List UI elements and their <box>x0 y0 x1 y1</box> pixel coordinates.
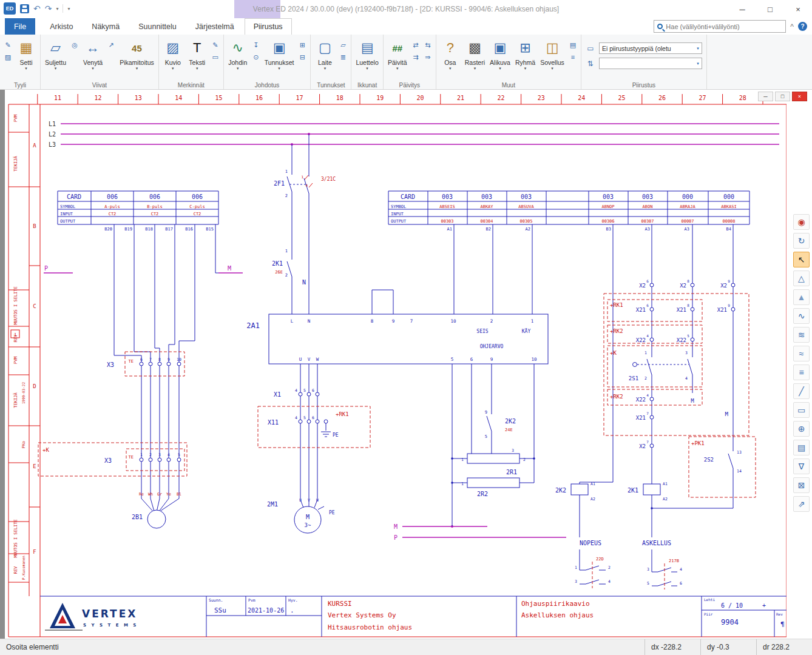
export-tool[interactable]: ⇗ <box>793 496 810 512</box>
schematic-label: 2 <box>523 457 526 462</box>
ribbon-button-tunnukset[interactable]: ▣Tunnukset▾ <box>262 36 297 71</box>
collapse-ribbon-icon[interactable]: ^ <box>790 22 794 31</box>
ribbon-small-button[interactable]: ◎ <box>69 40 80 50</box>
ribbon-small-button[interactable]: ▭ <box>210 52 221 62</box>
ribbon-button-ryhmä[interactable]: ⊞Ryhmä▾ <box>513 36 538 71</box>
ribbon-button-pikamitoitus[interactable]: 45Pikamitoitus▾ <box>117 36 157 71</box>
ribbon-small-button[interactable]: ↧ <box>251 40 262 50</box>
schematic-label: W <box>316 498 319 503</box>
schematic-label: CT2 <box>151 212 159 217</box>
schematic-label: 7 <box>646 411 649 415</box>
ribbon-button-rasteri[interactable]: ▩Rasteri▾ <box>462 36 487 71</box>
close-button[interactable]: × <box>784 0 812 18</box>
schematic-label: PVM <box>13 115 18 123</box>
ribbon-button-laite[interactable]: ▢Laite▾ <box>313 36 337 71</box>
ribbon-button-alikuva[interactable]: ▣Alikuva▾ <box>487 36 513 71</box>
ribbon-small-button[interactable]: ✎ <box>210 40 221 50</box>
pin-tool[interactable]: ◉ <box>793 214 810 230</box>
schematic-label: X3 <box>107 361 114 368</box>
search-input[interactable] <box>666 23 782 30</box>
select-tool[interactable]: ↖ <box>793 252 810 267</box>
mdi-restore-button[interactable]: □ <box>775 92 790 101</box>
maximize-button[interactable]: □ <box>756 0 784 18</box>
app-icon[interactable]: ED <box>4 2 16 15</box>
rotate-view-tool[interactable]: ↻ <box>793 233 810 249</box>
customize-qat-icon[interactable]: ▾ <box>67 6 70 12</box>
ribbon-button-setti[interactable]: ▦Setti▾ <box>14 36 38 71</box>
ribbon-button-label: Rasteri <box>465 59 485 66</box>
ribbon-small-button[interactable]: ⇒ <box>422 52 433 62</box>
tab-piirustus[interactable]: Piirustus <box>245 18 292 35</box>
tab-jarjestelma[interactable]: Järjestelmä <box>187 18 243 35</box>
ribbon-small-button[interactable]: ⊞ <box>297 40 308 50</box>
redo-icon[interactable]: ↷ <box>45 2 52 15</box>
schematic-label: 1 <box>140 452 143 457</box>
tab-nakyma[interactable]: Näkymä <box>83 18 128 35</box>
ribbon-button-päivitä[interactable]: ##Päivitä▾ <box>385 36 410 71</box>
drawing-area: 111213141516171819202122232425262728 L1L… <box>0 90 812 639</box>
drawing-type-dropdown[interactable]: Ei piirustustyyppiä (oletu▾ <box>599 42 702 54</box>
schematic-label: 2R1 <box>506 469 517 475</box>
ribbon-small-button[interactable]: ⇆ <box>422 40 433 50</box>
ruler-number: 28 <box>739 95 746 101</box>
ribbon-button-johdin[interactable]: ∿Johdin▾ <box>226 36 250 71</box>
schematic-canvas[interactable]: 111213141516171819202122232425262728 L1L… <box>5 90 787 639</box>
mdi-close-button[interactable]: × <box>792 92 807 101</box>
schematic-label: 003 <box>442 193 453 200</box>
undo-icon[interactable]: ↶ <box>33 2 41 15</box>
ribbon-small-button[interactable]: ↗ <box>106 40 117 50</box>
diagonal-line-tool[interactable]: ╱ <box>793 383 810 399</box>
save-icon[interactable] <box>20 4 29 13</box>
search-box[interactable] <box>654 20 786 33</box>
tab-file[interactable]: File <box>5 18 35 35</box>
drawing-type-dropdown[interactable]: ▾ <box>599 58 702 69</box>
rectangle-tool[interactable]: ▭ <box>793 402 810 418</box>
schematic-label: W <box>316 357 319 362</box>
ribbon-button-label: Venytä <box>83 59 103 66</box>
zoom-tool[interactable]: ⊕ <box>793 421 810 437</box>
minimize-button[interactable]: ─ <box>728 0 756 18</box>
tab-suunnittelu[interactable]: Suunnittelu <box>130 18 185 35</box>
ribbon-small-button[interactable]: ≣ <box>337 52 348 62</box>
ribbon-button-venytä[interactable]: ↔Venytä▾ <box>81 36 105 71</box>
ribbon-button-suljettu[interactable]: ▱Suljettu▾ <box>42 36 69 71</box>
ribbon-small-button[interactable]: ⇄ <box>410 40 421 50</box>
spline-multi-tool[interactable]: ≋ <box>793 327 810 343</box>
ribbon-button-teksti[interactable]: TTeksti▾ <box>185 36 209 71</box>
ribbon-button-label: Luettelo <box>356 59 378 66</box>
schematic-label: X2 <box>639 443 646 449</box>
tab-arkisto[interactable]: Arkisto <box>41 18 81 35</box>
triangle-tool[interactable]: △ <box>793 270 810 286</box>
parallel-lines-tool[interactable]: ≡ <box>793 364 810 380</box>
schematic-label: TE <box>129 455 134 460</box>
ribbon-small-button[interactable]: ⇉ <box>410 52 421 62</box>
schematic-label: M <box>394 523 398 530</box>
ribbon-small-button[interactable]: ▤ <box>567 40 578 50</box>
dropdown-caret-icon: ▾ <box>551 66 553 70</box>
ribbon-button-osa[interactable]: ?Osa▾ <box>438 36 462 71</box>
ribbon-small-button[interactable]: ▱ <box>337 40 348 50</box>
triangle-solid-tool[interactable]: ▲ <box>793 289 810 305</box>
ribbon-small-button[interactable]: ⊙ <box>251 52 262 62</box>
ribbon-button-sovellus[interactable]: ◫Sovellus▾ <box>538 36 567 71</box>
ribbon-group-label: Piirustus <box>581 82 706 89</box>
x3-lower-enclosure <box>126 449 184 471</box>
ribbon-small-button[interactable]: ⊟ <box>297 52 308 62</box>
ribbon-small-button[interactable]: ✎ <box>2 40 13 50</box>
filter-tool[interactable]: ∇ <box>793 458 810 474</box>
sheet-tool[interactable]: ▤ <box>793 440 810 455</box>
wave-tool[interactable]: ≈ <box>793 346 810 361</box>
schematic-label: A2 <box>590 497 595 502</box>
ribbon-button-kuvio[interactable]: ▨Kuvio▾ <box>161 36 185 71</box>
ribbon-small-button[interactable]: ≡ <box>567 52 578 62</box>
redo-dropdown-icon[interactable]: ▾ <box>56 6 58 12</box>
mdi-minimize-button[interactable]: ─ <box>758 92 773 101</box>
delete-selection-tool[interactable]: ⊠ <box>793 477 810 493</box>
schematic-label: A <box>33 143 36 149</box>
spline-tool[interactable]: ∿ <box>793 308 810 324</box>
ribbon-small-button[interactable]: ▨ <box>2 52 13 62</box>
schematic-label: PVM <box>13 357 18 364</box>
help-icon[interactable]: ? <box>798 22 807 31</box>
ribbon-button-luettelo[interactable]: ▤Luettelo▾ <box>353 36 381 71</box>
schematic-label: 3 <box>158 452 161 457</box>
